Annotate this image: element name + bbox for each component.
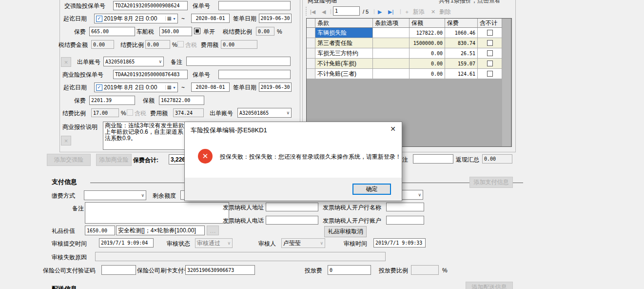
- cell-premium[interactable]: 124.61: [445, 69, 478, 79]
- invoice-account-input[interactable]: [386, 216, 424, 225]
- compulsory-remove-button[interactable]: ×: [61, 57, 71, 67]
- commercial-slip-no-input[interactable]: [218, 70, 291, 79]
- header-option[interactable]: 条款选项: [373, 19, 410, 28]
- gift-audit-cancel-button[interactable]: 礼品审核取消: [324, 226, 367, 237]
- card-pay-no-input[interactable]: 3205190630906673: [185, 265, 255, 275]
- cell-premium[interactable]: 159.07: [445, 59, 478, 69]
- row-selector[interactable]: [307, 48, 315, 59]
- commercial-end-date-input[interactable]: 2020-08-01: [191, 83, 230, 92]
- audit-status-label: 审核状态: [167, 240, 190, 247]
- compulsory-slip-no-input[interactable]: [218, 1, 291, 10]
- add-clause-button[interactable]: 新添: [413, 8, 425, 15]
- compulsory-policy-no-input[interactable]: TDZA201932050000908624: [113, 1, 188, 10]
- invoice-phone-input[interactable]: [266, 216, 318, 225]
- pay-method-combobox[interactable]: ∨: [84, 190, 146, 200]
- include-deductible-checkbox[interactable]: [487, 40, 493, 46]
- cell-clause[interactable]: 不计免赔(三者): [315, 69, 373, 79]
- header-clause[interactable]: 条款: [315, 19, 373, 28]
- pager-prev-icon[interactable]: ◀: [322, 8, 326, 15]
- commercial-sum-input[interactable]: 1627822.00: [159, 96, 204, 105]
- invoice-addr-input[interactable]: [266, 203, 318, 211]
- cell-premium[interactable]: 830.74: [445, 38, 478, 48]
- cell-premium[interactable]: 1060.46: [445, 28, 478, 38]
- gift-value-input[interactable]: 1650.00: [85, 226, 115, 235]
- cell-option[interactable]: [373, 59, 410, 69]
- tax-settle-ratio-percent: %: [277, 28, 282, 35]
- commercial-date-checkbox[interactable]: ✓: [96, 84, 102, 91]
- compulsory-sign-date-input[interactable]: 2019-06-30: [259, 14, 292, 23]
- commercial-policy-no-input[interactable]: TDAA201932050000876483: [113, 70, 188, 79]
- pay-verify-code-input[interactable]: [101, 265, 136, 275]
- compulsory-vehicle-tax-input[interactable]: 360.00: [159, 27, 192, 36]
- table-row[interactable]: 不计免赔(三者) 0.00 124.61: [307, 69, 511, 79]
- compulsory-date-dropdown[interactable]: ▦ ▼: [165, 16, 176, 21]
- delete-clause-icon[interactable]: ✕: [431, 8, 435, 15]
- cell-clause[interactable]: 车损无三方特约: [315, 48, 373, 59]
- cell-amount[interactable]: 0.00: [410, 59, 445, 69]
- cell-amount[interactable]: 127822.00: [410, 28, 445, 38]
- quote-count-hint[interactable]: 共有1条报价，点击查看: [437, 0, 502, 5]
- include-deductible-checkbox[interactable]: [487, 71, 493, 77]
- delete-clause-button[interactable]: 删除: [439, 8, 451, 15]
- delivery-fee-input[interactable]: 0: [328, 265, 371, 275]
- pager-next-icon[interactable]: ▶: [378, 8, 382, 15]
- cell-clause[interactable]: 车辆损失险: [315, 28, 373, 38]
- compulsory-premium-input[interactable]: 665.00: [89, 27, 135, 36]
- cell-amount[interactable]: 0.00: [410, 69, 445, 79]
- compulsory-end-date-input[interactable]: 2020-08-01: [191, 14, 230, 23]
- detail-remark-input[interactable]: [413, 154, 453, 164]
- commercial-premium-input[interactable]: 2201.39: [89, 96, 135, 105]
- ok-button[interactable]: 确定: [352, 184, 391, 195]
- row-selector[interactable]: [307, 59, 315, 69]
- add-payment-button[interactable]: 添加支付信息: [469, 177, 513, 188]
- row-selector[interactable]: [307, 28, 315, 38]
- include-deductible-checkbox[interactable]: [487, 50, 493, 56]
- cell-option[interactable]: [373, 48, 410, 59]
- commercial-start-date-picker[interactable]: ✓ 2019年 8月 2日 0:00 ▦ ▼: [94, 83, 178, 92]
- cell-option[interactable]: [373, 28, 410, 38]
- cell-premium[interactable]: 26.51: [445, 48, 478, 59]
- close-icon[interactable]: ✕: [390, 125, 396, 133]
- compulsory-start-date-picker[interactable]: ✓ 2019年 8月 2日 0:00 ▦ ▼: [94, 14, 178, 23]
- pager-separator: |: [330, 8, 332, 15]
- table-row[interactable]: 不计免赔(车损) 0.00 159.07: [307, 59, 511, 69]
- header-amount[interactable]: 保额: [410, 19, 445, 28]
- header-premium[interactable]: 保费: [445, 19, 478, 28]
- compulsory-date-checkbox[interactable]: ✓: [96, 16, 102, 22]
- cell-amount[interactable]: 0.00: [410, 48, 445, 59]
- add-clause-icon[interactable]: ＋: [404, 8, 410, 15]
- row-selector[interactable]: [307, 69, 315, 79]
- compulsory-vehicle-tax-label: 车船税: [137, 28, 154, 35]
- include-deductible-checkbox[interactable]: [487, 30, 493, 36]
- include-deductible-checkbox[interactable]: [487, 61, 493, 66]
- compulsory-remark-input[interactable]: [186, 57, 291, 66]
- table-row[interactable]: 车辆损失险 127822.00 1060.46: [307, 28, 511, 38]
- add-commercial-button[interactable]: 添加商业险: [96, 154, 132, 166]
- gift-more-button[interactable]: …: [207, 226, 219, 235]
- table-row[interactable]: 车损无三方特约 0.00 26.51: [307, 48, 511, 59]
- cell-option[interactable]: [373, 69, 410, 79]
- commercial-account-combobox[interactable]: A320501865 ∨: [237, 108, 292, 118]
- compulsory-account-combobox[interactable]: A320501865 ∨: [103, 57, 164, 66]
- invoice-bank-input[interactable]: [386, 203, 424, 211]
- header-include[interactable]: 含不计: [478, 19, 502, 28]
- pager-first-icon[interactable]: |◀: [310, 8, 315, 15]
- cell-include: [478, 38, 502, 48]
- single-issue-checkbox[interactable]: [194, 28, 200, 34]
- gift-items-input[interactable]: 安全检测[]；4×轮胎券[100.00]: [116, 226, 205, 235]
- table-row[interactable]: 第三者责任险 1500000.00 830.74: [307, 38, 511, 48]
- add-compulsory-button[interactable]: 添加交强险: [47, 154, 91, 166]
- cell-clause[interactable]: 第三者责任险: [315, 38, 373, 48]
- commercial-sign-date-input[interactable]: 2019-06-30: [259, 83, 292, 92]
- pager-last-icon[interactable]: ▶|: [388, 8, 393, 15]
- cell-amount[interactable]: 1500000.00: [410, 38, 445, 48]
- pager-page-input[interactable]: 1: [333, 6, 360, 16]
- row-selector[interactable]: [307, 38, 315, 48]
- add-delivery-button[interactable]: 添加配送信息: [466, 282, 513, 289]
- commercial-remove-button[interactable]: ×: [61, 136, 71, 145]
- cell-option[interactable]: [373, 38, 410, 48]
- cell-clause[interactable]: 不计免赔(车损): [315, 59, 373, 69]
- payment-remark-textarea[interactable]: ∧ ∨: [85, 202, 229, 224]
- commercial-date-dropdown[interactable]: ▦ ▼: [165, 85, 176, 90]
- invoice-bank-label: 发票纳税人开户行名称: [323, 204, 381, 211]
